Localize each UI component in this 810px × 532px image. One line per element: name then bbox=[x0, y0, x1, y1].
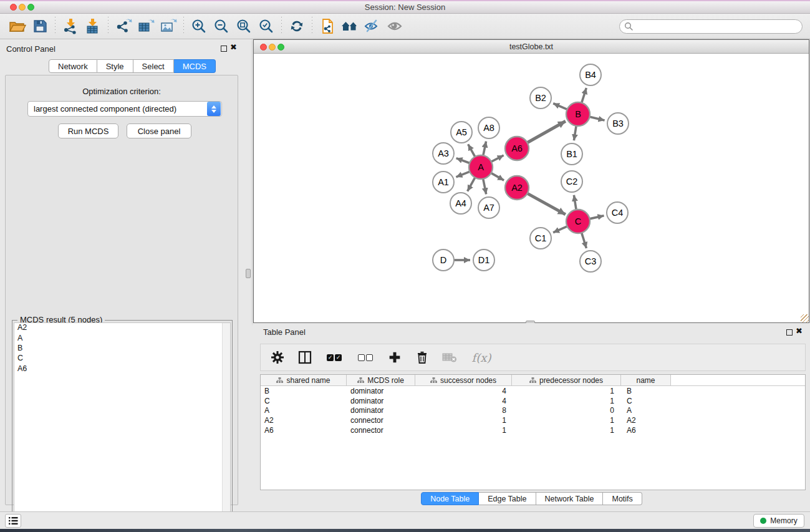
graph-node-C1[interactable]: C1 bbox=[530, 228, 551, 249]
vertical-splitter-grip[interactable] bbox=[246, 269, 251, 278]
import-network-button[interactable] bbox=[59, 16, 82, 37]
graph-node-A4[interactable]: A4 bbox=[450, 193, 471, 214]
table-row-b[interactable]: Bdominator41B bbox=[261, 386, 805, 396]
zoom-out-button[interactable] bbox=[210, 16, 233, 37]
network-canvas[interactable]: B4B2BB3A8A5A6A3B1AC2A1A2A4A7C4CC1DD1C3 bbox=[254, 54, 809, 322]
graph-edge-A-A6[interactable] bbox=[491, 155, 504, 162]
zoom-fit-button[interactable] bbox=[233, 16, 255, 37]
table-tab-network-table[interactable]: Network Table bbox=[536, 492, 604, 505]
search-input[interactable] bbox=[634, 21, 802, 32]
graph-edge-A-A4[interactable] bbox=[468, 178, 475, 191]
graph-edge-A-A5[interactable] bbox=[468, 144, 475, 157]
float-panel-icon[interactable] bbox=[221, 46, 227, 52]
export-image-button[interactable] bbox=[157, 16, 180, 37]
graph-node-A6[interactable]: A6 bbox=[505, 137, 529, 160]
close-table-panel-icon[interactable]: ✖ bbox=[796, 326, 803, 336]
graph-node-A5[interactable]: A5 bbox=[451, 122, 472, 143]
column-header-successor-nodes[interactable]: successor nodes bbox=[415, 375, 512, 386]
table-row-a[interactable]: Adominator80A bbox=[261, 406, 805, 416]
tab-style[interactable]: Style bbox=[97, 59, 133, 73]
column-header-MCDS-role[interactable]: MCDS role bbox=[347, 375, 415, 386]
create-column-button[interactable] bbox=[387, 349, 403, 365]
graph-node-A3[interactable]: A3 bbox=[433, 143, 454, 164]
result-item-b[interactable]: B bbox=[14, 344, 230, 354]
table-row-a6[interactable]: A6connector11A6 bbox=[261, 425, 805, 435]
graph-node-C2[interactable]: C2 bbox=[561, 171, 582, 192]
network-from-selection-button[interactable] bbox=[316, 16, 339, 37]
zoom-in-button[interactable] bbox=[188, 16, 210, 37]
table-tab-motifs[interactable]: Motifs bbox=[603, 492, 642, 505]
graph-edge-C-C1[interactable] bbox=[553, 226, 567, 233]
toolbar-search-field[interactable] bbox=[619, 19, 803, 34]
first-neighbors-button[interactable] bbox=[339, 16, 361, 37]
task-history-button[interactable] bbox=[5, 514, 21, 528]
graph-node-B1[interactable]: B1 bbox=[561, 143, 582, 165]
table-tab-edge-table[interactable]: Edge Table bbox=[479, 492, 536, 505]
graph-node-C3[interactable]: C3 bbox=[580, 251, 601, 272]
graph-edge-A-A2[interactable] bbox=[491, 173, 504, 180]
graph-edge-B-B2[interactable] bbox=[553, 104, 567, 110]
table-row-c[interactable]: Cdominator41C bbox=[261, 396, 805, 406]
delete-table-button[interactable] bbox=[441, 349, 458, 365]
result-item-a[interactable]: A bbox=[14, 333, 230, 343]
graph-edge-B-B3[interactable] bbox=[589, 117, 604, 120]
graph-node-C[interactable]: C bbox=[566, 210, 590, 233]
split-panel-button[interactable] bbox=[297, 349, 313, 365]
float-table-panel-icon[interactable] bbox=[786, 329, 793, 336]
graph-node-A[interactable]: A bbox=[469, 155, 493, 179]
graph-node-A8[interactable]: A8 bbox=[478, 117, 499, 138]
run-mcds-button[interactable]: Run MCDS bbox=[58, 123, 118, 138]
graph-edge-B-B1[interactable] bbox=[574, 126, 576, 140]
graph-node-B2[interactable]: B2 bbox=[530, 87, 551, 109]
graph-node-A1[interactable]: A1 bbox=[433, 172, 454, 193]
table-tab-node-table[interactable]: Node Table bbox=[421, 492, 479, 505]
memory-button[interactable]: Memory bbox=[753, 514, 804, 528]
graph-edge-A-A1[interactable] bbox=[456, 172, 470, 177]
tab-select[interactable]: Select bbox=[133, 59, 174, 73]
graph-node-C4[interactable]: C4 bbox=[607, 202, 628, 223]
graph-node-A7[interactable]: A7 bbox=[478, 197, 499, 218]
select-all-rows-button[interactable]: ✓ ✓ bbox=[324, 349, 344, 365]
network-window-titlebar[interactable]: testGlobe.txt bbox=[254, 40, 809, 54]
save-session-button[interactable] bbox=[29, 16, 51, 37]
graph-edge-B-B4[interactable] bbox=[582, 88, 587, 103]
close-panel-icon[interactable]: ✖ bbox=[230, 42, 237, 52]
show-graphics-details-button[interactable] bbox=[383, 16, 406, 37]
hide-selected-button[interactable] bbox=[361, 16, 383, 37]
result-item-a2[interactable]: A2 bbox=[14, 323, 230, 333]
graph-edge-C-C2[interactable] bbox=[574, 195, 576, 210]
result-item-a6[interactable]: A6 bbox=[14, 364, 230, 374]
open-file-button[interactable] bbox=[6, 16, 29, 37]
table-options-button[interactable] bbox=[269, 349, 286, 365]
tab-network[interactable]: Network bbox=[49, 59, 97, 73]
graph-node-A2[interactable]: A2 bbox=[505, 176, 529, 200]
graph-edge-A-A7[interactable] bbox=[483, 179, 486, 195]
graph-node-B[interactable]: B bbox=[566, 102, 590, 126]
graph-edge-C-C4[interactable] bbox=[590, 216, 604, 219]
tab-mcds[interactable]: MCDS bbox=[174, 59, 216, 73]
graph-node-D[interactable]: D bbox=[433, 249, 454, 271]
graph-node-B3[interactable]: B3 bbox=[607, 113, 629, 134]
delete-columns-button[interactable] bbox=[414, 349, 430, 365]
criterion-dropdown[interactable]: largest connected component (directed) bbox=[27, 101, 222, 117]
graph-node-B4[interactable]: B4 bbox=[580, 64, 601, 85]
graph-edge-A6-B[interactable] bbox=[528, 121, 566, 142]
graph-edge-C-C3[interactable] bbox=[582, 233, 587, 248]
export-table-button[interactable] bbox=[135, 16, 157, 37]
graph-edge-A-A8[interactable] bbox=[483, 142, 486, 156]
close-panel-button[interactable]: Close panel bbox=[127, 123, 191, 138]
import-table-button[interactable] bbox=[82, 16, 104, 37]
result-list-scrollbar[interactable] bbox=[222, 323, 230, 530]
deselect-all-rows-button[interactable] bbox=[355, 349, 375, 365]
apply-layout-button[interactable] bbox=[286, 16, 308, 37]
table-row-a2[interactable]: A2connector11A2 bbox=[261, 415, 805, 425]
graph-edge-A2-C[interactable] bbox=[528, 193, 566, 215]
function-builder-button[interactable]: f(x) bbox=[469, 349, 494, 365]
window-resize-grip[interactable] bbox=[801, 314, 809, 322]
export-network-button[interactable] bbox=[112, 16, 135, 37]
graph-node-D1[interactable]: D1 bbox=[473, 249, 494, 271]
result-item-c[interactable]: C bbox=[14, 354, 230, 364]
column-header-predecessor-nodes[interactable]: predecessor nodes bbox=[512, 375, 621, 386]
zoom-selected-button[interactable] bbox=[255, 16, 277, 37]
column-header-shared-name[interactable]: shared name bbox=[261, 375, 347, 386]
